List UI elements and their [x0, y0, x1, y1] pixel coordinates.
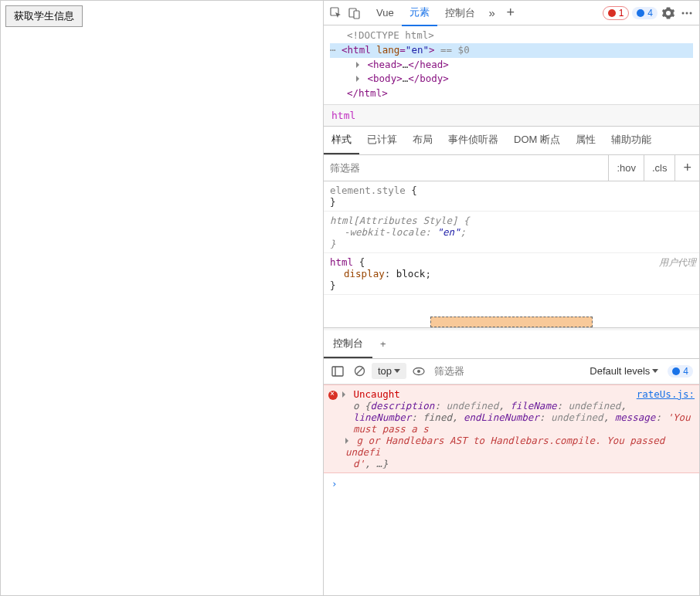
- styles-filter-row: :hov .cls +: [324, 155, 699, 181]
- svg-line-9: [356, 367, 363, 374]
- expand-caret-icon[interactable]: [345, 438, 348, 444]
- subtab-event-listeners[interactable]: 事件侦听器: [440, 127, 506, 154]
- console-messages: Uncaught rateUs.js: o {description: unde…: [324, 384, 699, 494]
- doctype-node[interactable]: <!DOCTYPE html>: [330, 29, 693, 43]
- subtab-properties[interactable]: 属性: [568, 127, 603, 154]
- styles-filter-input[interactable]: [324, 155, 608, 181]
- error-icon: [328, 391, 338, 400]
- dom-tree[interactable]: <!DOCTYPE html> ⋯ <html lang="en"> == $0…: [324, 25, 699, 104]
- error-source-link[interactable]: rateUs.js:: [637, 388, 695, 400]
- breadcrumb[interactable]: html: [324, 104, 699, 127]
- devtools-toolbar: Vue 元素 控制台 » + 1 4: [324, 1, 699, 25]
- subtab-layout[interactable]: 布局: [405, 127, 440, 154]
- user-agent-label: 用户代理: [659, 256, 696, 269]
- svg-point-11: [417, 370, 420, 373]
- inspect-element-icon[interactable]: [327, 4, 345, 22]
- svg-rect-6: [332, 367, 343, 376]
- device-toggle-icon[interactable]: [345, 4, 364, 22]
- console-error-row[interactable]: Uncaught rateUs.js: o {description: unde…: [324, 384, 699, 473]
- svg-point-5: [690, 12, 692, 14]
- subtab-dom-breakpoints[interactable]: DOM 断点: [506, 127, 568, 154]
- error-title: Uncaught: [354, 388, 400, 400]
- devtools-panel: Vue 元素 控制台 » + 1 4 <!DOCTYPE html> ⋯ <ht…: [323, 1, 699, 595]
- expand-caret-icon[interactable]: [356, 76, 359, 82]
- styles-subtabs: 样式 已计算 布局 事件侦听器 DOM 断点 属性 辅助功能: [324, 127, 699, 155]
- expand-caret-icon[interactable]: [356, 62, 359, 68]
- hov-button[interactable]: :hov: [608, 155, 644, 181]
- subtab-computed[interactable]: 已计算: [359, 127, 405, 154]
- box-model-highlight: [324, 317, 699, 327]
- console-drawer-tab[interactable]: 控制台: [324, 330, 372, 358]
- console-prompt[interactable]: ›: [324, 473, 699, 494]
- more-tabs-icon[interactable]: »: [483, 4, 501, 22]
- tab-console[interactable]: 控制台: [437, 1, 483, 25]
- get-student-info-button[interactable]: 获取学生信息: [5, 5, 83, 27]
- style-rule-element[interactable]: element.style { }: [324, 181, 699, 212]
- console-sidebar-toggle-icon[interactable]: [328, 362, 347, 381]
- console-toolbar: top Default levels 4: [324, 359, 699, 384]
- subtab-accessibility[interactable]: 辅助功能: [603, 127, 659, 154]
- console-info-badge[interactable]: 4: [668, 365, 693, 378]
- cls-button[interactable]: .cls: [644, 155, 675, 181]
- html-close-node[interactable]: </html>: [330, 86, 693, 101]
- tab-vue[interactable]: Vue: [369, 2, 402, 24]
- svg-point-4: [686, 12, 688, 14]
- html-node[interactable]: ⋯ <html lang="en"> == $0: [330, 43, 693, 58]
- head-node[interactable]: <head>…</head>: [330, 58, 693, 73]
- svg-point-3: [682, 12, 685, 14]
- error-count-badge[interactable]: 1: [603, 6, 630, 20]
- add-drawer-tab-icon[interactable]: +: [372, 332, 394, 356]
- styles-pane: element.style { } html[Attributes Style]…: [324, 181, 699, 327]
- info-count-badge[interactable]: 4: [632, 7, 658, 19]
- console-filter-input[interactable]: [431, 362, 586, 380]
- devtools-main-tabs: Vue 元素 控制台 » +: [369, 1, 520, 26]
- execution-context-select[interactable]: top: [372, 363, 406, 379]
- settings-icon[interactable]: [659, 4, 678, 22]
- live-expression-icon[interactable]: [409, 362, 428, 381]
- clear-console-icon[interactable]: [350, 362, 369, 381]
- body-node[interactable]: <body>…</body>: [330, 72, 693, 86]
- chevron-down-icon: [394, 369, 400, 373]
- more-options-icon[interactable]: [678, 4, 696, 22]
- expand-caret-icon[interactable]: [342, 391, 345, 398]
- svg-rect-2: [354, 11, 359, 19]
- console-drawer-tabs: 控制台 +: [324, 330, 699, 359]
- style-rule-html[interactable]: 用户代理 html { display: block; }: [324, 253, 699, 295]
- tab-elements[interactable]: 元素: [402, 1, 437, 26]
- style-rule-attributes[interactable]: html[Attributes Style] { -webkit-locale:…: [324, 212, 699, 253]
- add-rule-button[interactable]: +: [675, 155, 699, 181]
- chevron-down-icon: [652, 369, 658, 373]
- page-content: 获取学生信息: [1, 1, 323, 595]
- log-levels-select[interactable]: Default levels: [590, 365, 658, 377]
- subtab-styles[interactable]: 样式: [324, 127, 359, 154]
- add-tab-icon[interactable]: +: [501, 4, 520, 22]
